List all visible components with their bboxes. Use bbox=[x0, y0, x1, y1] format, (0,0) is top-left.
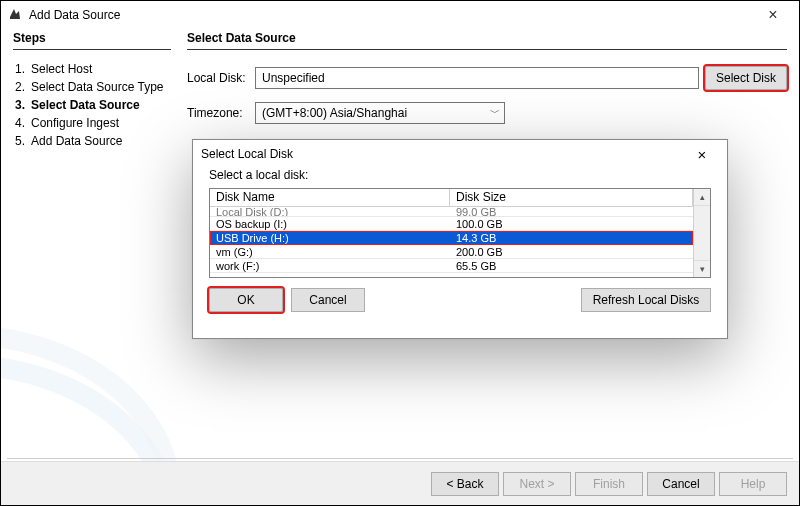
steps-list: 1.Select Host2.Select Data Source Type3.… bbox=[15, 60, 171, 150]
dialog-close-icon[interactable]: × bbox=[685, 146, 719, 163]
timezone-label: Timezone: bbox=[187, 106, 255, 120]
dialog-prompt: Select a local disk: bbox=[209, 168, 711, 182]
dialog-cancel-button[interactable]: Cancel bbox=[291, 288, 365, 312]
table-header: Disk Name Disk Size bbox=[210, 189, 693, 207]
cell-disk-size: 99.0 GB bbox=[450, 207, 693, 217]
timezone-row: Timezone: (GMT+8:00) Asia/Shanghai ﹀ bbox=[187, 102, 787, 124]
step-label: Select Data Source bbox=[31, 98, 140, 112]
table-row[interactable]: Local Disk (D:)99.0 GB bbox=[210, 207, 693, 217]
select-disk-dialog: Select Local Disk × Select a local disk:… bbox=[192, 139, 728, 339]
select-disk-button[interactable]: Select Disk bbox=[705, 66, 787, 90]
window-title: Add Data Source bbox=[29, 8, 120, 22]
cell-disk-name: USB Drive (H:) bbox=[210, 232, 450, 244]
scroll-down-icon[interactable]: ▾ bbox=[694, 260, 710, 277]
titlebar: Add Data Source × bbox=[1, 1, 799, 29]
step-label: Configure Ingest bbox=[31, 116, 119, 130]
step-number: 4. bbox=[15, 116, 31, 130]
local-disk-label: Local Disk: bbox=[187, 71, 255, 85]
next-button[interactable]: Next > bbox=[503, 472, 571, 496]
step-item: 1.Select Host bbox=[15, 60, 171, 78]
cancel-button[interactable]: Cancel bbox=[647, 472, 715, 496]
col-disk-name[interactable]: Disk Name bbox=[210, 189, 450, 206]
help-button[interactable]: Help bbox=[719, 472, 787, 496]
app-icon bbox=[7, 7, 23, 23]
step-item: 5.Add Data Source bbox=[15, 132, 171, 150]
col-disk-size[interactable]: Disk Size bbox=[450, 189, 693, 206]
step-label: Select Data Source Type bbox=[31, 80, 164, 94]
cell-disk-name: work (F:) bbox=[210, 260, 450, 272]
dialog-title: Select Local Disk bbox=[201, 147, 293, 161]
cell-disk-name: vm (G:) bbox=[210, 246, 450, 258]
table-row[interactable]: OS backup (I:)100.0 GB bbox=[210, 217, 693, 231]
step-number: 1. bbox=[15, 62, 31, 76]
main-heading: Select Data Source bbox=[187, 31, 787, 50]
chevron-down-icon: ﹀ bbox=[490, 106, 500, 120]
step-item: 2.Select Data Source Type bbox=[15, 78, 171, 96]
steps-heading: Steps bbox=[13, 31, 171, 50]
dialog-button-row: OK Cancel Refresh Local Disks bbox=[209, 288, 711, 312]
scrollbar[interactable]: ▴ ▾ bbox=[693, 189, 710, 277]
disk-table: Disk Name Disk Size Local Disk (D:)99.0 … bbox=[209, 188, 711, 278]
dialog-titlebar: Select Local Disk × bbox=[193, 140, 727, 168]
table-row[interactable]: vm (G:)200.0 GB bbox=[210, 245, 693, 259]
step-number: 2. bbox=[15, 80, 31, 94]
cell-disk-size: 14.3 GB bbox=[450, 232, 693, 244]
cell-disk-size: 200.0 GB bbox=[450, 246, 693, 258]
refresh-disks-button[interactable]: Refresh Local Disks bbox=[581, 288, 711, 312]
step-label: Select Host bbox=[31, 62, 92, 76]
timezone-value: (GMT+8:00) Asia/Shanghai bbox=[262, 106, 407, 120]
table-row[interactable]: work (F:)65.5 GB bbox=[210, 259, 693, 273]
finish-button[interactable]: Finish bbox=[575, 472, 643, 496]
separator bbox=[7, 458, 793, 459]
step-number: 5. bbox=[15, 134, 31, 148]
step-number: 3. bbox=[15, 98, 31, 112]
step-item: 4.Configure Ingest bbox=[15, 114, 171, 132]
table-body: Local Disk (D:)99.0 GBOS backup (I:)100.… bbox=[210, 207, 693, 273]
cell-disk-size: 65.5 GB bbox=[450, 260, 693, 272]
back-button[interactable]: < Back bbox=[431, 472, 499, 496]
scroll-up-icon[interactable]: ▴ bbox=[694, 189, 710, 206]
timezone-select[interactable]: (GMT+8:00) Asia/Shanghai ﹀ bbox=[255, 102, 505, 124]
close-icon[interactable]: × bbox=[753, 6, 793, 24]
wizard-footer: < Back Next > Finish Cancel Help bbox=[1, 461, 799, 505]
dialog-body: Select a local disk: Disk Name Disk Size… bbox=[193, 168, 727, 312]
table-row[interactable]: USB Drive (H:)14.3 GB bbox=[210, 231, 693, 245]
step-label: Add Data Source bbox=[31, 134, 122, 148]
local-disk-input[interactable]: Unspecified bbox=[255, 67, 699, 89]
steps-sidebar: Steps 1.Select Host2.Select Data Source … bbox=[13, 31, 179, 459]
disk-table-inner: Disk Name Disk Size Local Disk (D:)99.0 … bbox=[210, 189, 693, 277]
cell-disk-size: 100.0 GB bbox=[450, 218, 693, 230]
local-disk-row: Local Disk: Unspecified Select Disk bbox=[187, 66, 787, 90]
cell-disk-name: OS backup (I:) bbox=[210, 218, 450, 230]
local-disk-value: Unspecified bbox=[262, 71, 325, 85]
ok-button[interactable]: OK bbox=[209, 288, 283, 312]
cell-disk-name: Local Disk (D:) bbox=[210, 207, 450, 217]
step-item: 3.Select Data Source bbox=[15, 96, 171, 114]
